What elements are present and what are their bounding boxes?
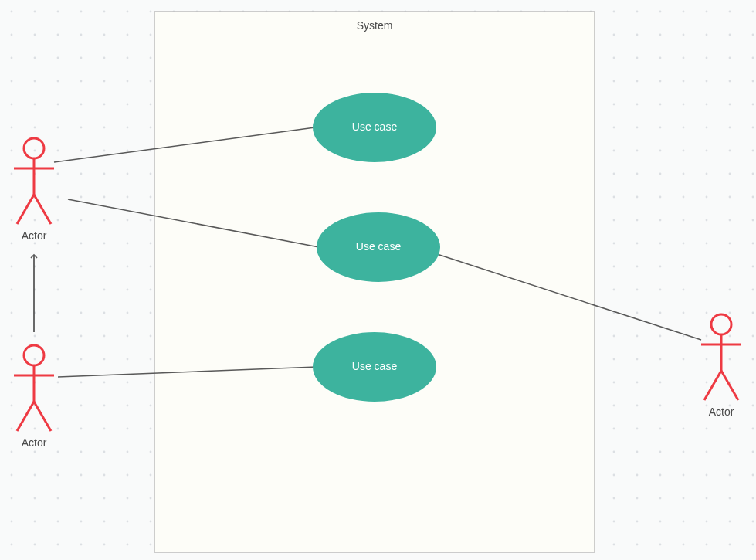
use-case-3[interactable] bbox=[313, 332, 436, 402]
use-case-2[interactable] bbox=[317, 212, 440, 282]
use-case-1[interactable] bbox=[313, 93, 436, 162]
diagram-canvas[interactable]: System Use case Use case Use case Actor … bbox=[0, 0, 756, 560]
diagram-svg bbox=[0, 0, 756, 560]
